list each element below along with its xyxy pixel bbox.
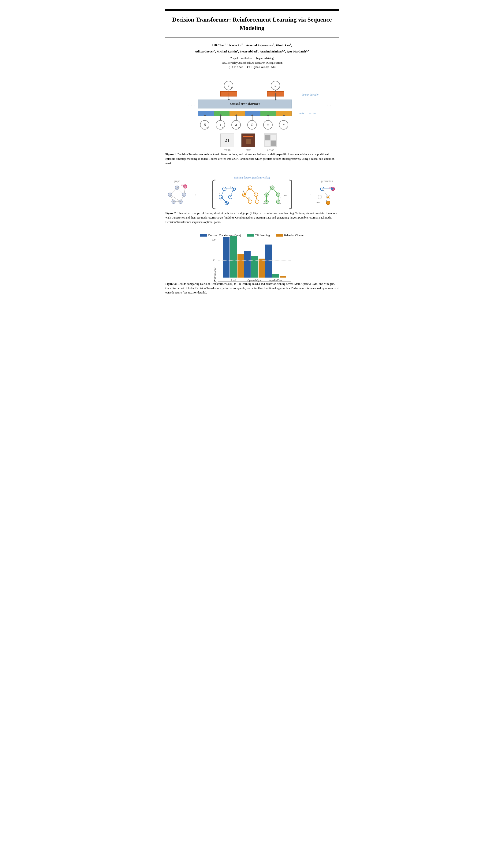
figure2-caption: Figure 2: Illustrative example of findin… <box>165 211 339 224</box>
output-circle-t: at <box>271 81 280 90</box>
bar-keydoor-bc <box>280 276 286 277</box>
svg-line-34 <box>250 187 256 195</box>
figure2-label: Figure 2: <box>165 212 177 215</box>
svg-text:-4: -4 <box>255 197 257 200</box>
emb-bar <box>198 111 292 116</box>
arrow-ct-2 <box>275 93 276 100</box>
svg-text:goal: goal <box>181 184 185 186</box>
bar-group-atari-bars <box>223 236 244 277</box>
ytick-0: 0 <box>216 280 217 283</box>
bar-group-gym-bars <box>244 251 265 277</box>
figure1-container: · · · · · · at-1 at linear decoder <box>165 76 339 171</box>
svg-text:-∞: -∞ <box>269 185 271 188</box>
ytick-100: 100 <box>212 238 216 241</box>
figure3-caption-text: Results comparing Decision Transformer (… <box>165 282 338 294</box>
svg-line-24 <box>221 197 227 203</box>
affiliations: *equal contribution †equal advising <box>165 56 339 60</box>
causal-transformer-bar: causal transformer <box>198 100 292 108</box>
graph-left-svg: g goal <box>165 184 189 205</box>
figure1-caption-text: Decision Transformer architecture1. Stat… <box>165 153 335 165</box>
svg-line-8 <box>170 187 177 195</box>
svg-text:start: start <box>317 201 320 203</box>
bar-group-gym: OpenAI Gym <box>244 251 265 282</box>
token-r-hat-t1: R̂t-1 <box>200 120 209 129</box>
training-graph-3: -∞ -∞ -∞ -∞ -∞ <box>262 184 283 205</box>
bar-gym-bc <box>258 258 265 277</box>
training-label: training dataset (random walks) <box>234 176 270 179</box>
arr-tok-4 <box>252 115 252 120</box>
state-icon <box>241 133 255 147</box>
legend-swatch-bc <box>276 234 283 237</box>
dots-left: · · · <box>187 103 196 108</box>
author-list-2: Aditya Grover2, Michael Laskin1, Pieter … <box>195 50 309 53</box>
chart-legend: Decision Transformer (Ours) TD Learning … <box>200 234 304 237</box>
author-list: Lili Chen*,1, Kevin Lu*,1, Aravind Rajes… <box>212 43 292 47</box>
legend-label-td: TD Learning <box>255 234 270 237</box>
arrow-2: → <box>307 192 312 198</box>
arr-tok-2 <box>220 115 221 120</box>
generation-section: generation -1 -3 goal start <box>315 179 339 205</box>
svg-text:-2: -2 <box>242 190 244 192</box>
bar-chart-wrapper: Decision Transformer (Ours) TD Learning … <box>170 234 334 282</box>
svg-line-47 <box>272 187 278 195</box>
equal-advising: †equal advising <box>256 56 274 60</box>
generation-svg: -1 -3 goal start <box>315 184 339 205</box>
figure3-container: Decision Transformer (Ours) TD Learning … <box>165 234 339 295</box>
return-icon: 21 <box>220 133 234 147</box>
svg-line-23 <box>230 189 234 197</box>
equal-contrib: *equal contribution <box>231 56 252 60</box>
svg-text:-∞: -∞ <box>279 197 281 199</box>
figure3-label: Figure 3: <box>165 282 177 286</box>
graph-left: graph g goal <box>165 179 189 205</box>
legend-item-bc: Behavior Cloning <box>276 234 304 237</box>
svg-text:-1: -1 <box>229 186 231 188</box>
bar-gym-dt <box>244 251 251 277</box>
bar-group-label-keydoor: Key-To-Door <box>269 279 283 282</box>
token-s-t: st <box>263 120 273 129</box>
ct-label: causal transformer <box>230 102 260 106</box>
svg-text:-∞: -∞ <box>263 202 265 204</box>
bar-group-label-gym: OpenAI Gym <box>247 279 262 282</box>
arch-diagram: · · · · · · at-1 at linear decoder <box>184 76 320 149</box>
bar-group-keydoor-bars <box>265 245 286 277</box>
action-icon <box>264 133 277 147</box>
svg-line-9 <box>177 187 184 195</box>
bar-group-keydoor: Key-To-Door <box>265 245 286 282</box>
bar-group-label-atari: Atari <box>231 279 236 282</box>
bar-group-atari: Atari <box>223 236 244 282</box>
arrow-1: → <box>192 192 197 198</box>
linear-decoder-label: linear decoder <box>302 93 319 96</box>
svg-line-33 <box>244 187 250 195</box>
svg-text:-1: -1 <box>327 185 329 188</box>
ellipsis: ... <box>284 193 287 197</box>
svg-text:-2: -2 <box>218 192 220 194</box>
svg-line-46 <box>267 187 272 195</box>
email: {lilichen, kzl}@berkeley.edu <box>165 66 339 69</box>
training-graph-1: -1 -2 -3 <box>217 184 238 205</box>
legend-swatch-dt <box>200 234 207 237</box>
token-a-t: at <box>279 120 288 129</box>
arr-tok-3 <box>236 115 236 120</box>
arr-tok-1 <box>205 115 205 120</box>
chart-with-yaxis: Performance 100 50 0 <box>213 240 291 282</box>
generation-label: generation <box>321 179 333 183</box>
svg-text:-3: -3 <box>325 200 327 202</box>
legend-label-bc: Behavior Cloning <box>284 234 304 237</box>
bar-atari-td <box>230 236 237 277</box>
output-circle-t-1: at-1 <box>224 81 233 90</box>
icon-label-return: return <box>220 148 235 152</box>
svg-text:-∞: -∞ <box>279 202 281 204</box>
icon-label-state: state <box>241 148 256 152</box>
figure2-container: graph g goal <box>165 176 339 230</box>
legend-swatch-td <box>247 234 254 237</box>
chart-content: 100 50 0 Atari <box>218 240 291 282</box>
svg-text:goal: goal <box>329 186 333 189</box>
gridline-50 <box>218 260 291 261</box>
svg-text:-3: -3 <box>248 197 250 199</box>
training-graph-2: -2 -4 -3 -4 <box>239 184 261 205</box>
svg-text:-3: -3 <box>220 199 221 201</box>
paper-title: Decision Transformer: Reinforcement Lear… <box>165 16 339 33</box>
dots-right: · · · <box>323 103 331 108</box>
legend-item-td: TD Learning <box>247 234 270 237</box>
bar-keydoor-dt <box>265 245 272 277</box>
